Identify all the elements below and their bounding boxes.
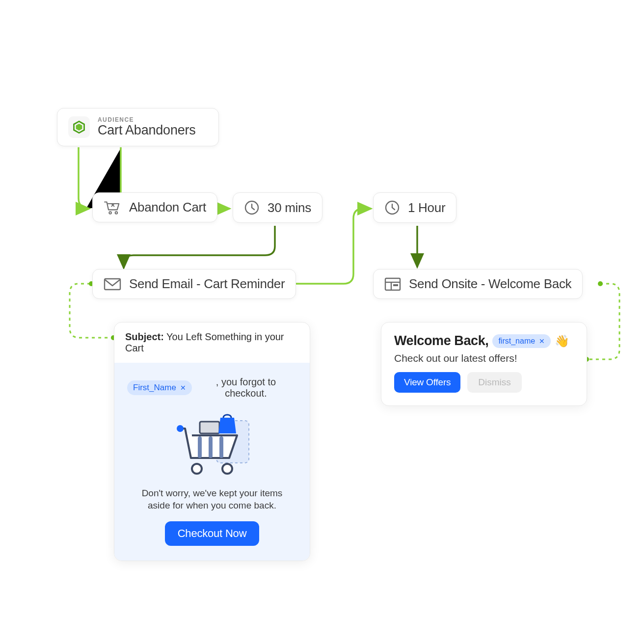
subject-label: Subject: [125,331,164,342]
action-send-onsite[interactable]: Send Onsite - Welcome Back [373,269,583,299]
email-preview-card: Subject: You Left Something in your Cart… [114,322,310,561]
clock-icon [244,200,260,215]
svg-point-16 [222,464,232,474]
onsite-popup-preview: Welcome Back, first_name ✕ 👋 Check out o… [381,322,587,406]
segment-icon [68,116,90,138]
svg-marker-1 [76,124,82,131]
email-body: First_Name ✕ , you forgot to checkout. [114,363,310,561]
merge-tag-first-name[interactable]: First_Name ✕ [127,380,192,395]
svg-point-2 [109,212,111,214]
tag-text: first_name [498,337,535,346]
audience-title: Cart Abandoners [98,123,196,138]
svg-rect-10 [393,284,398,286]
tag-text: First_Name [133,383,176,393]
connector-dot [598,281,603,286]
svg-point-18 [177,425,184,432]
wait-30-mins[interactable]: 30 mins [233,192,322,223]
node-label: Send Email - Cart Reminder [129,276,285,292]
action-send-email[interactable]: Send Email - Cart Reminder [92,269,296,299]
greeting-rest: , you forgot to checkout. [195,376,297,399]
popup-layout-icon [384,277,401,292]
email-subject-line: Subject: You Left Something in your Cart [114,322,310,363]
clock-icon [384,200,400,215]
wait-1-hour[interactable]: 1 Hour [373,192,456,223]
svg-rect-17 [200,422,219,433]
trigger-abandon-cart[interactable]: Abandon Cart [92,192,217,222]
checkout-now-button[interactable]: Checkout Now [165,521,260,546]
merge-tag-first-name[interactable]: first_name ✕ [492,334,551,348]
svg-point-15 [192,464,202,474]
view-offers-button[interactable]: View Offers [394,372,460,393]
wave-emoji: 👋 [555,334,569,348]
popup-subtitle: Check out our latest offers! [394,352,574,364]
svg-rect-5 [105,279,120,290]
cart-x-icon [104,200,121,215]
audience-kicker: AUDIENCE [98,117,196,123]
email-body-text: Don't worry, we've kept your items aside… [134,487,290,511]
mail-icon [104,277,121,291]
node-label: Send Onsite - Welcome Back [409,276,571,292]
tag-remove-icon[interactable]: ✕ [180,384,186,392]
node-label: Abandon Cart [129,200,206,215]
tag-remove-icon[interactable]: ✕ [539,337,545,345]
audience-node[interactable]: AUDIENCE Cart Abandoners [57,108,219,146]
node-label: 1 Hour [408,200,445,215]
dismiss-button[interactable]: Dismiss [467,372,522,393]
svg-point-3 [115,212,118,214]
cart-illustration [165,407,259,481]
popup-title: Welcome Back, [394,333,488,349]
node-label: 30 mins [268,200,311,215]
